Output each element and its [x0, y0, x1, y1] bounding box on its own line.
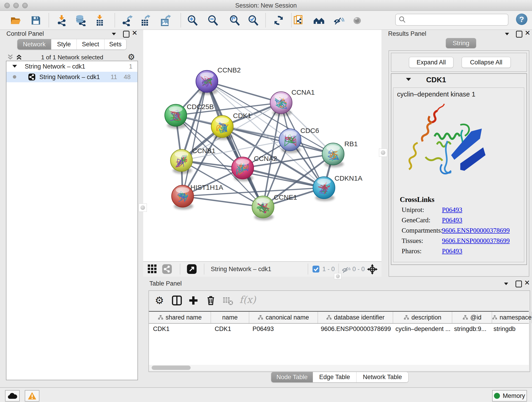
table-cell[interactable]: stringdb: [489, 324, 529, 365]
search-box: [395, 14, 508, 26]
save-icon[interactable]: [30, 15, 41, 26]
panel-menu-icon[interactable]: [505, 32, 512, 38]
crosslink-link[interactable]: P06493: [442, 206, 462, 214]
table-horizontal-scrollbar[interactable]: [149, 365, 529, 370]
share-network-icon[interactable]: [162, 264, 172, 274]
search-input[interactable]: [408, 16, 508, 24]
expand-all-button[interactable]: Expand All: [409, 57, 453, 68]
column-header-database-identifier[interactable]: database identifier: [318, 312, 393, 323]
refresh-icon[interactable]: [273, 15, 284, 26]
node-label-HIST1H1A: HIST1H1A: [190, 184, 223, 191]
tab-select[interactable]: Select: [77, 39, 104, 50]
scrollbar-thumb[interactable]: [152, 366, 191, 370]
export-image-icon[interactable]: [160, 15, 171, 26]
hidden-eye-icon[interactable]: [341, 265, 351, 274]
panel-menu-icon[interactable]: [112, 32, 119, 38]
network-node-RB1[interactable]: RB1: [322, 140, 358, 167]
add-column-icon[interactable]: [188, 295, 198, 306]
table-cell[interactable]: stringdb:9...: [450, 324, 489, 365]
collection-expander-icon[interactable]: [12, 65, 17, 68]
tab-network-table[interactable]: Network Table: [356, 372, 408, 382]
network-row[interactable]: String Network – cdk1 11 48: [6, 72, 138, 82]
column-header--id[interactable]: @id: [452, 312, 492, 323]
table-cell[interactable]: CDK1: [210, 324, 248, 365]
tab-string[interactable]: String: [446, 38, 476, 48]
home-network-icon[interactable]: [313, 15, 325, 26]
network-canvas[interactable]: CCNB2CCNA1CDC25BCDK1CDC6RB1CCNB1CCNA2CDK…: [143, 30, 381, 261]
column-header-description[interactable]: description: [393, 312, 452, 323]
float-panel-icon[interactable]: [515, 281, 522, 287]
column-header-namespace[interactable]: namespace: [492, 312, 532, 323]
right-splitter-handle[interactable]: [379, 148, 387, 157]
table-cell[interactable]: 9606.ENSP00000378699: [317, 324, 391, 365]
bottom-splitter-handle[interactable]: [334, 273, 341, 279]
network-collection-row[interactable]: String Network – cdk1 1: [6, 61, 138, 72]
tab-style[interactable]: Style: [51, 39, 77, 50]
statusbar-separator: [338, 264, 339, 274]
crosslink-link[interactable]: 9606.ENSP00000378699: [442, 227, 510, 234]
network-edge-CCNB2-HIST1H1A[interactable]: [183, 81, 207, 196]
section-expander-icon[interactable]: [406, 78, 411, 81]
delete-table-icon[interactable]: [223, 296, 233, 306]
table-cell[interactable]: CDK1: [149, 324, 210, 365]
zoom-in-icon[interactable]: [187, 15, 198, 26]
selected-checkbox-icon[interactable]: [312, 265, 320, 273]
warning-button[interactable]: [25, 390, 39, 402]
tab-sets[interactable]: Sets: [104, 39, 126, 50]
zoom-fit-icon[interactable]: [229, 15, 241, 26]
close-panel-icon[interactable]: ✕: [525, 30, 532, 36]
network-node-HIST1H1A[interactable]: HIST1H1A: [172, 184, 223, 210]
cloud-button[interactable]: [5, 390, 20, 402]
birdseye-icon[interactable]: [367, 264, 378, 275]
table-cell[interactable]: P06493: [248, 324, 317, 365]
table-row[interactable]: CDK1CDK1P064939606.ENSP00000378699cyclin…: [149, 324, 529, 365]
float-panel-icon[interactable]: [516, 31, 523, 37]
function-icon[interactable]: f(x): [239, 294, 256, 305]
table-gear-icon[interactable]: ⚙: [155, 294, 164, 306]
network-node-CDK1[interactable]: CDK1: [211, 112, 251, 140]
column-header-shared-name[interactable]: shared name: [149, 312, 211, 323]
delete-icon[interactable]: [206, 295, 216, 306]
zoom-out-icon[interactable]: [207, 15, 219, 26]
grid-view-icon[interactable]: [147, 264, 157, 274]
tab-edge-table[interactable]: Edge Table: [313, 372, 356, 382]
collapse-all-button[interactable]: Collapse All: [462, 57, 511, 68]
network-node-CDKN1A[interactable]: CDKN1A: [313, 174, 362, 201]
crosslink-link[interactable]: P06493: [442, 216, 462, 224]
network-options-gear-icon[interactable]: ⚙: [128, 52, 135, 62]
crosslink-link[interactable]: P06493: [442, 247, 462, 255]
float-panel-icon[interactable]: [123, 31, 130, 37]
network-node-CCNB1[interactable]: CCNB1: [171, 147, 215, 174]
left-splitter-handle[interactable]: [139, 204, 147, 212]
column-header-name[interactable]: name: [211, 312, 249, 323]
table-cell[interactable]: cyclin–dependent ...: [391, 324, 450, 365]
toolbar-separator: [265, 13, 266, 27]
open-folder-icon[interactable]: [10, 15, 21, 26]
close-panel-icon[interactable]: ✕: [132, 30, 139, 36]
import-table-icon[interactable]: [94, 15, 105, 26]
memory-button[interactable]: Memory: [492, 390, 527, 402]
network-node-CCNE1[interactable]: CCNE1: [252, 193, 297, 220]
close-panel-icon[interactable]: ✕: [524, 280, 531, 286]
hide-selected-icon[interactable]: [333, 15, 344, 26]
column-header-canonical-name[interactable]: canonical name: [249, 312, 318, 323]
network-node-CDC25B[interactable]: CDC25B: [165, 103, 214, 128]
tab-network[interactable]: Network: [17, 39, 51, 50]
zoom-selected-icon[interactable]: [248, 15, 259, 26]
import-network-icon[interactable]: [56, 15, 67, 26]
selected-count-text: 1 - 0: [322, 266, 335, 273]
export-network-icon[interactable]: [122, 15, 133, 26]
network-node-CCNB2[interactable]: CCNB2: [196, 66, 241, 95]
export-table-icon[interactable]: [140, 15, 151, 26]
tab-node-table[interactable]: Node Table: [271, 372, 313, 382]
clone-network-icon[interactable]: [293, 15, 305, 26]
network-node-CCNA1[interactable]: CCNA1: [270, 89, 315, 116]
show-all-icon[interactable]: [351, 15, 363, 26]
columns-icon[interactable]: [172, 295, 182, 306]
help-icon[interactable]: ?: [516, 13, 527, 25]
network-edge-HIST1H1A-CCNE1[interactable]: [183, 196, 263, 207]
crosslink-link[interactable]: 9606.ENSP00000378699: [442, 237, 510, 245]
open-external-icon[interactable]: [187, 264, 197, 274]
import-database-icon[interactable]: [75, 15, 87, 26]
panel-menu-icon[interactable]: [504, 282, 511, 288]
